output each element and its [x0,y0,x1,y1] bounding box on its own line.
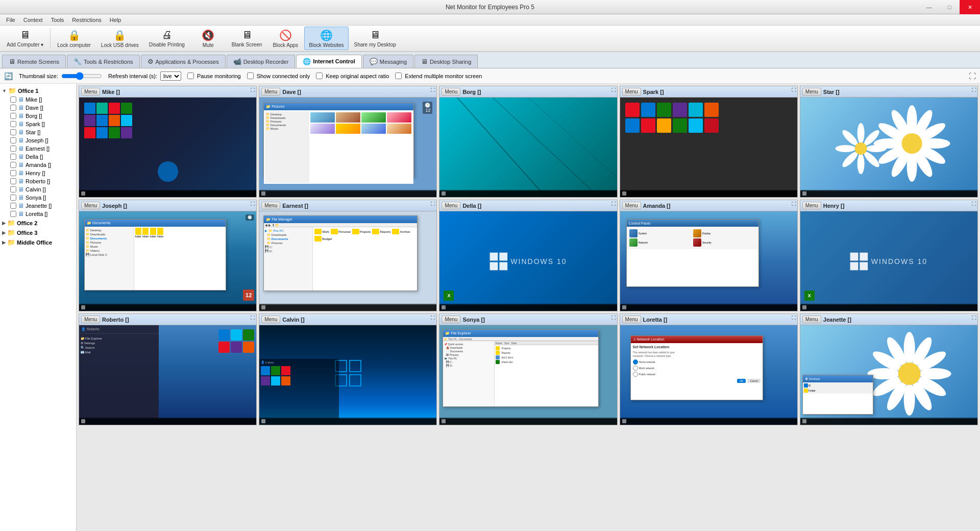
screen-menu-henry[interactable]: Menu [802,202,821,209]
block-websites-button[interactable]: 🌐 Block Websites [304,27,348,50]
keep-aspect-checkbox[interactable] [316,73,323,79]
close-button[interactable]: ✕ [960,0,980,14]
share-desktop-button[interactable]: 🖥 Share my Desktop [350,27,401,50]
expand-henry[interactable]: ⛶ [972,201,976,206]
tree-group-middle-header[interactable]: ▶ 📁 Middle Office [0,237,76,247]
screen-cell-spark[interactable]: Menu Spark [] ⛶ [620,86,798,198]
tree-group-office1-header[interactable]: ▼ 📁 Office 1 [0,86,76,95]
expand-calvin[interactable]: ⛶ [431,315,435,320]
expand-borg[interactable]: ⛶ [611,87,616,92]
pause-monitoring-checkbox[interactable] [187,73,194,79]
screen-cell-della[interactable]: Menu Della [] ⛶ WINDOWS 10 [439,200,617,311]
tab-remote-screens[interactable]: 🖥 Remote Screens [2,55,66,68]
tree-item-earnest[interactable]: 🖥Earnest [] [0,144,76,153]
tree-item-jeanette[interactable]: 🖥Jeanette [] [0,202,76,210]
expand-spark[interactable]: ⛶ [792,87,796,92]
fullscreen-icon[interactable]: ⛶ [969,72,976,80]
screen-menu-star[interactable]: Menu [802,88,821,95]
refresh-icon[interactable]: 🔄 [4,72,13,80]
expand-sonya[interactable]: ⛶ [611,315,616,320]
tree-item-dave[interactable]: 🖥Dave [] [0,104,76,112]
mute-button[interactable]: 🔇 Mute [190,27,226,50]
screen-menu-spark[interactable]: Menu [622,88,641,95]
screen-cell-borg[interactable]: Menu Borg [] ⛶ [439,86,617,198]
screen-menu-dave[interactable]: Menu [261,88,280,95]
menu-restrictions[interactable]: Restrictions [68,16,105,24]
thumbnail-earnest[interactable]: 📁 File Manager ◀ ▶ ⬆ 📁 ▶ 📁 This PC 📁 Dow… [259,211,436,311]
checkbox-calvin[interactable] [10,186,16,192]
screen-cell-loretta[interactable]: Menu Loretta [] ⛶ ⚠ Network Location Set… [620,313,798,425]
loretta-cancel-btn[interactable]: Cancel [747,379,761,383]
screen-cell-calvin[interactable]: Menu Calvin [] ⛶ [259,313,437,425]
tree-item-della[interactable]: 🖥Della [] [0,153,76,161]
expand-mike[interactable]: ⛶ [251,87,255,92]
expand-loretta[interactable]: ⛶ [792,315,796,320]
screen-menu-sonya[interactable]: Menu [442,316,460,323]
checkbox-henry[interactable] [10,170,16,176]
screen-cell-star[interactable]: Menu Star [] ⛶ [800,86,978,198]
tree-group-office2-header[interactable]: ▶ 📁 Office 2 [0,218,76,228]
checkbox-borg[interactable] [10,113,16,119]
checkbox-spark[interactable] [10,121,16,127]
tab-internet-control[interactable]: 🌐 Internet Control [296,55,362,68]
maximize-button[interactable]: □ [939,0,960,14]
screen-menu-jeanette[interactable]: Menu [802,316,821,323]
thumbnail-della[interactable]: WINDOWS 10 X [439,211,617,311]
expand-star[interactable]: ⛶ [972,87,976,92]
thumbnail-mike[interactable] [79,98,256,197]
lock-usb-button[interactable]: 🔒 Lock USB drives [96,27,143,50]
thumbnail-amanda[interactable]: Control Panel System Display [620,211,797,311]
screen-cell-amanda[interactable]: Menu Amanda [] ⛶ Control Panel System [620,200,798,311]
screen-cell-henry[interactable]: Menu Henry [] ⛶ WINDOWS 10 X [800,200,978,311]
tree-item-sonya[interactable]: 🖥Sonya [] [0,194,76,202]
show-connected-only-label[interactable]: Show connected only [247,73,310,79]
screen-cell-mike[interactable]: Menu Mike [] ⛶ [79,86,257,198]
lock-computer-button[interactable]: 🔒 Lock computer [53,27,95,50]
menu-file[interactable]: File [2,16,19,24]
checkbox-jeanette[interactable] [10,203,16,209]
thumbnail-star[interactable] [800,98,977,197]
tree-item-henry[interactable]: 🖥Henry [] [0,169,76,177]
expand-jeanette[interactable]: ⛶ [972,315,976,320]
tree-item-joseph[interactable]: 🖥Joseph [] [0,136,76,144]
tree-item-borg[interactable]: 🖥Borg [] [0,112,76,120]
checkbox-joseph[interactable] [10,137,16,143]
thumbnail-loretta[interactable]: ⚠ Network Location Set Network Location … [620,325,797,425]
thumbnail-roberto[interactable]: 👤 Roberto 📁 File Explorer ⚙ Settings 🔍 S… [79,325,256,425]
thumbnail-henry[interactable]: WINDOWS 10 X [800,211,977,311]
tab-applications-processes[interactable]: ⚙ Applications & Processes [141,55,226,68]
screen-menu-borg[interactable]: Menu [442,88,460,95]
checkbox-roberto[interactable] [10,178,16,184]
tree-item-loretta[interactable]: 🖥Loretta [] [0,210,76,218]
disable-printing-button[interactable]: 🖨 Disable Printing [144,27,189,50]
screen-cell-sonya[interactable]: Menu Sonya [] ⛶ 📁 File Explorer 📁 This P… [439,313,617,425]
screen-menu-loretta[interactable]: Menu [622,316,641,323]
screen-menu-calvin[interactable]: Menu [261,316,280,323]
minimize-button[interactable]: — [919,0,939,14]
screen-menu-della[interactable]: Menu [442,202,460,209]
screen-cell-roberto[interactable]: Menu Roberto [] ⛶ 👤 Roberto 📁 File Explo… [79,313,257,425]
screen-menu-amanda[interactable]: Menu [622,202,641,209]
expand-amanda[interactable]: ⛶ [792,201,796,206]
checkbox-star[interactable] [10,129,16,135]
expand-dave[interactable]: ⛶ [431,87,435,92]
tab-messaging[interactable]: 💬 Messaging [363,55,413,68]
screen-cell-jeanette[interactable]: Menu Jeanette [] ⛶ [800,313,978,425]
expand-earnest[interactable]: ⛶ [431,201,435,206]
thumbnail-jeanette[interactable]: 🖥 Desktop IE Folder [800,325,977,425]
thumbnail-calvin[interactable]: 👤 Calvin [259,325,436,425]
checkbox-dave[interactable] [10,105,16,111]
checkbox-loretta[interactable] [10,211,16,217]
tree-item-star[interactable]: 🖥Star [] [0,128,76,136]
screen-menu-mike[interactable]: Menu [81,88,100,95]
checkbox-sonya[interactable] [10,195,16,201]
screen-cell-joseph[interactable]: Menu Joseph [] ⛶ 🕐 12 📁 Documents 📁 Desk… [79,200,257,311]
tree-item-amanda[interactable]: 🖥Amanda [] [0,161,76,169]
menu-context[interactable]: Context [19,16,47,24]
extend-monitor-checkbox[interactable] [395,73,402,79]
tree-item-calvin[interactable]: 🖥Calvin [] [0,185,76,194]
checkbox-earnest[interactable] [10,146,16,152]
tab-desktop-sharing[interactable]: 🖥 Desktop Sharing [414,55,478,68]
tree-item-roberto[interactable]: 🖥Roberto [] [0,177,76,185]
thumbnail-dave[interactable]: 🕐12 📁 Pictures 📁 Desktop 📁 Downloads 📁 P… [259,98,436,197]
